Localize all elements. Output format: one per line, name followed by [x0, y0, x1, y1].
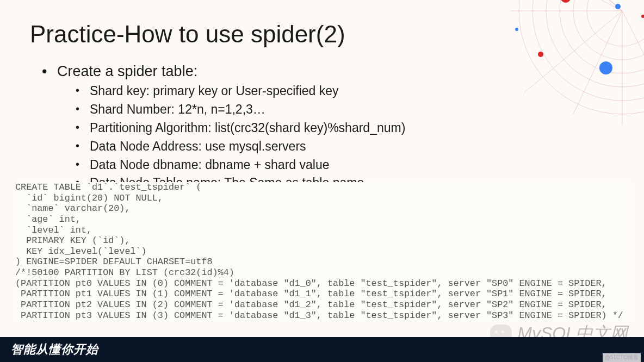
footer-text: 智能从懂你开始: [11, 341, 98, 358]
sub-bullet: Partitioning Algorithm: list(crc32(shard…: [90, 120, 644, 136]
main-bullet: Create a spider table:: [57, 63, 644, 80]
sub-bullet-list: Shard key: primary key or User-specified…: [57, 83, 644, 191]
slide: Practice-How to use spider(2) Create a s…: [0, 0, 644, 362]
content-area: Create a spider table: Shard key: primar…: [0, 48, 644, 191]
sub-bullet: Data Node Address: use mysql.servers: [90, 139, 644, 155]
credit-text: @51CTO博客: [603, 353, 641, 362]
sql-code-block: CREATE TABLE `d1`.`test_tspider` ( `id` …: [15, 182, 633, 321]
slide-title: Practice-How to use spider(2): [0, 0, 644, 48]
sub-bullet: Shard Number: 12*n, n=1,2,3…: [90, 102, 644, 118]
sub-bullet: Data Node dbname: dbname + shard value: [90, 157, 644, 173]
footer-bar: 智能从懂你开始: [0, 337, 644, 362]
sub-bullet: Shard key: primary key or User-specified…: [90, 83, 644, 99]
